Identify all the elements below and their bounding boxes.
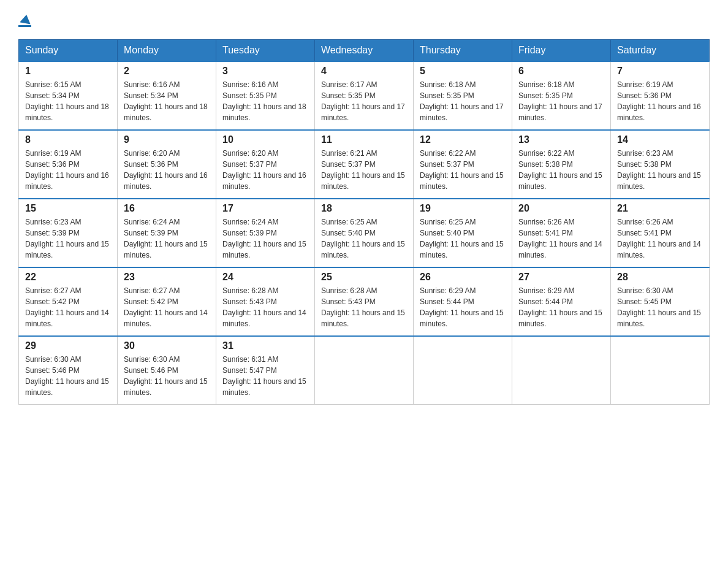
day-info: Sunrise: 6:20 AM Sunset: 5:36 PM Dayligh… — [124, 148, 210, 192]
calendar-day-cell: 4 Sunrise: 6:17 AM Sunset: 5:35 PM Dayli… — [315, 61, 414, 130]
day-info: Sunrise: 6:19 AM Sunset: 5:36 PM Dayligh… — [617, 79, 703, 123]
day-number: 17 — [222, 203, 308, 214]
calendar-day-cell: 6 Sunrise: 6:18 AM Sunset: 5:35 PM Dayli… — [512, 61, 611, 130]
day-number: 24 — [222, 272, 308, 283]
day-info: Sunrise: 6:27 AM Sunset: 5:42 PM Dayligh… — [25, 285, 111, 329]
day-number: 11 — [321, 134, 407, 145]
day-number: 30 — [124, 340, 210, 351]
day-number: 27 — [518, 272, 604, 283]
calendar-day-cell: 27 Sunrise: 6:29 AM Sunset: 5:44 PM Dayl… — [512, 267, 611, 336]
calendar-day-cell: 15 Sunrise: 6:23 AM Sunset: 5:39 PM Dayl… — [19, 199, 118, 267]
calendar-day-cell: 10 Sunrise: 6:20 AM Sunset: 5:37 PM Dayl… — [216, 130, 315, 199]
svg-marker-0 — [20, 14, 31, 25]
calendar-day-cell: 9 Sunrise: 6:20 AM Sunset: 5:36 PM Dayli… — [118, 130, 216, 199]
calendar-day-cell — [414, 336, 512, 405]
day-info: Sunrise: 6:16 AM Sunset: 5:35 PM Dayligh… — [222, 79, 308, 123]
day-info: Sunrise: 6:18 AM Sunset: 5:35 PM Dayligh… — [420, 79, 506, 123]
calendar-day-cell: 29 Sunrise: 6:30 AM Sunset: 5:46 PM Dayl… — [19, 336, 118, 405]
calendar-week-row: 15 Sunrise: 6:23 AM Sunset: 5:39 PM Dayl… — [19, 199, 710, 267]
day-number: 16 — [124, 203, 210, 214]
day-number: 15 — [25, 203, 111, 214]
day-info: Sunrise: 6:26 AM Sunset: 5:41 PM Dayligh… — [617, 216, 703, 261]
day-number: 19 — [420, 203, 506, 214]
day-number: 2 — [124, 66, 210, 77]
calendar-day-cell: 20 Sunrise: 6:26 AM Sunset: 5:41 PM Dayl… — [512, 199, 611, 267]
calendar-day-cell: 22 Sunrise: 6:27 AM Sunset: 5:42 PM Dayl… — [19, 267, 118, 336]
day-info: Sunrise: 6:19 AM Sunset: 5:36 PM Dayligh… — [25, 148, 111, 192]
day-of-week-header: Wednesday — [315, 40, 414, 62]
day-info: Sunrise: 6:25 AM Sunset: 5:40 PM Dayligh… — [420, 216, 506, 261]
day-number: 18 — [321, 203, 407, 214]
calendar-day-cell: 30 Sunrise: 6:30 AM Sunset: 5:46 PM Dayl… — [118, 336, 216, 405]
day-info: Sunrise: 6:28 AM Sunset: 5:43 PM Dayligh… — [222, 285, 308, 329]
day-number: 21 — [617, 203, 703, 214]
day-number: 1 — [25, 66, 111, 77]
day-number: 6 — [518, 66, 604, 77]
day-info: Sunrise: 6:30 AM Sunset: 5:45 PM Dayligh… — [617, 285, 703, 329]
day-number: 12 — [420, 134, 506, 145]
day-of-week-header: Monday — [118, 40, 216, 62]
calendar-day-cell: 8 Sunrise: 6:19 AM Sunset: 5:36 PM Dayli… — [19, 130, 118, 199]
day-number: 23 — [124, 272, 210, 283]
calendar-day-cell: 26 Sunrise: 6:29 AM Sunset: 5:44 PM Dayl… — [414, 267, 512, 336]
day-of-week-header: Thursday — [414, 40, 512, 62]
calendar-day-cell: 24 Sunrise: 6:28 AM Sunset: 5:43 PM Dayl… — [216, 267, 315, 336]
calendar-day-cell — [315, 336, 414, 405]
calendar-day-cell: 25 Sunrise: 6:28 AM Sunset: 5:43 PM Dayl… — [315, 267, 414, 336]
day-number: 7 — [617, 66, 703, 77]
day-info: Sunrise: 6:31 AM Sunset: 5:47 PM Dayligh… — [222, 354, 308, 398]
day-number: 31 — [222, 340, 308, 351]
calendar-day-cell: 5 Sunrise: 6:18 AM Sunset: 5:35 PM Dayli… — [414, 61, 512, 130]
calendar-day-cell: 16 Sunrise: 6:24 AM Sunset: 5:39 PM Dayl… — [118, 199, 216, 267]
calendar-day-cell: 2 Sunrise: 6:16 AM Sunset: 5:34 PM Dayli… — [118, 61, 216, 130]
day-of-week-header: Friday — [512, 40, 611, 62]
calendar-day-cell: 14 Sunrise: 6:23 AM Sunset: 5:38 PM Dayl… — [611, 130, 710, 199]
day-info: Sunrise: 6:22 AM Sunset: 5:37 PM Dayligh… — [420, 148, 506, 192]
calendar-day-cell: 11 Sunrise: 6:21 AM Sunset: 5:37 PM Dayl… — [315, 130, 414, 199]
day-info: Sunrise: 6:17 AM Sunset: 5:35 PM Dayligh… — [321, 79, 407, 123]
calendar-day-cell: 1 Sunrise: 6:15 AM Sunset: 5:34 PM Dayli… — [19, 61, 118, 130]
calendar-day-cell: 13 Sunrise: 6:22 AM Sunset: 5:38 PM Dayl… — [512, 130, 611, 199]
day-info: Sunrise: 6:23 AM Sunset: 5:38 PM Dayligh… — [617, 148, 703, 192]
day-info: Sunrise: 6:30 AM Sunset: 5:46 PM Dayligh… — [124, 354, 210, 398]
calendar-table: SundayMondayTuesdayWednesdayThursdayFrid… — [18, 39, 710, 405]
day-number: 28 — [617, 272, 703, 283]
day-number: 25 — [321, 272, 407, 283]
logo — [18, 12, 31, 27]
calendar-header-row: SundayMondayTuesdayWednesdayThursdayFrid… — [19, 40, 710, 62]
day-number: 8 — [25, 134, 111, 145]
calendar-day-cell — [512, 336, 611, 405]
calendar-day-cell: 21 Sunrise: 6:26 AM Sunset: 5:41 PM Dayl… — [611, 199, 710, 267]
day-number: 3 — [222, 66, 308, 77]
page-header — [18, 12, 710, 27]
day-info: Sunrise: 6:16 AM Sunset: 5:34 PM Dayligh… — [124, 79, 210, 123]
day-info: Sunrise: 6:28 AM Sunset: 5:43 PM Dayligh… — [321, 285, 407, 329]
calendar-day-cell: 28 Sunrise: 6:30 AM Sunset: 5:45 PM Dayl… — [611, 267, 710, 336]
day-info: Sunrise: 6:18 AM Sunset: 5:35 PM Dayligh… — [518, 79, 604, 123]
day-number: 20 — [518, 203, 604, 214]
day-number: 13 — [518, 134, 604, 145]
logo-underline — [18, 25, 31, 27]
calendar-day-cell — [611, 336, 710, 405]
day-info: Sunrise: 6:24 AM Sunset: 5:39 PM Dayligh… — [222, 216, 308, 261]
day-info: Sunrise: 6:21 AM Sunset: 5:37 PM Dayligh… — [321, 148, 407, 192]
calendar-week-row: 29 Sunrise: 6:30 AM Sunset: 5:46 PM Dayl… — [19, 336, 710, 405]
day-of-week-header: Sunday — [19, 40, 118, 62]
calendar-day-cell: 23 Sunrise: 6:27 AM Sunset: 5:42 PM Dayl… — [118, 267, 216, 336]
day-number: 10 — [222, 134, 308, 145]
day-number: 29 — [25, 340, 111, 351]
day-info: Sunrise: 6:25 AM Sunset: 5:40 PM Dayligh… — [321, 216, 407, 261]
day-info: Sunrise: 6:20 AM Sunset: 5:37 PM Dayligh… — [222, 148, 308, 192]
day-info: Sunrise: 6:24 AM Sunset: 5:39 PM Dayligh… — [124, 216, 210, 261]
day-info: Sunrise: 6:27 AM Sunset: 5:42 PM Dayligh… — [124, 285, 210, 329]
day-info: Sunrise: 6:15 AM Sunset: 5:34 PM Dayligh… — [25, 79, 111, 123]
calendar-day-cell: 12 Sunrise: 6:22 AM Sunset: 5:37 PM Dayl… — [414, 130, 512, 199]
day-info: Sunrise: 6:30 AM Sunset: 5:46 PM Dayligh… — [25, 354, 111, 398]
logo-triangle-icon — [20, 13, 31, 26]
calendar-day-cell: 31 Sunrise: 6:31 AM Sunset: 5:47 PM Dayl… — [216, 336, 315, 405]
day-info: Sunrise: 6:29 AM Sunset: 5:44 PM Dayligh… — [420, 285, 506, 329]
calendar-week-row: 1 Sunrise: 6:15 AM Sunset: 5:34 PM Dayli… — [19, 61, 710, 130]
day-info: Sunrise: 6:29 AM Sunset: 5:44 PM Dayligh… — [518, 285, 604, 329]
day-number: 4 — [321, 66, 407, 77]
calendar-day-cell: 17 Sunrise: 6:24 AM Sunset: 5:39 PM Dayl… — [216, 199, 315, 267]
